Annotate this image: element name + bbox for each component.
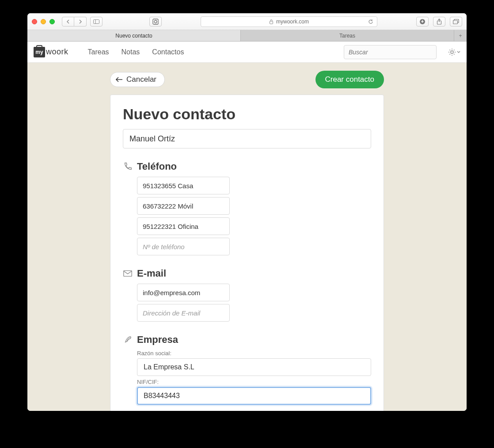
- new-tab-button[interactable]: +: [454, 30, 467, 41]
- tab-label: Nuevo contacto: [115, 33, 152, 39]
- gear-icon: [448, 48, 456, 56]
- privacy-button[interactable]: [149, 17, 162, 27]
- razon-input[interactable]: [137, 358, 371, 376]
- address-bar[interactable]: mywoork.com: [201, 16, 377, 27]
- tab-label: Tareas: [339, 33, 355, 39]
- share-button[interactable]: [433, 17, 445, 27]
- email-section: E-mail: [123, 268, 371, 322]
- page-body: Cancelar Crear contacto Nuevo contacto T…: [27, 63, 467, 411]
- email-heading: E-mail: [137, 268, 166, 279]
- nif-input[interactable]: [137, 387, 371, 405]
- phone-heading: Teléfono: [137, 161, 177, 172]
- svg-rect-2: [153, 19, 158, 24]
- sidebar-toggle-button[interactable]: [90, 17, 103, 27]
- cancel-button[interactable]: Cancelar: [110, 72, 165, 87]
- browser-tab-0[interactable]: Nuevo contacto: [27, 30, 241, 41]
- brand-logo[interactable]: my woork: [34, 47, 68, 57]
- svg-point-9: [451, 51, 453, 53]
- downloads-button[interactable]: [416, 17, 429, 27]
- name-input[interactable]: [123, 129, 371, 148]
- brand-text: woork: [46, 47, 68, 57]
- window-controls: [32, 19, 55, 24]
- svg-rect-8: [453, 20, 458, 24]
- svg-rect-0: [94, 19, 99, 23]
- create-contact-button[interactable]: Crear contacto: [315, 71, 384, 88]
- contact-form-card: Nuevo contacto Teléfono: [110, 95, 384, 411]
- lock-icon: [269, 19, 274, 24]
- tab-strip: Nuevo contacto Tareas +: [27, 30, 467, 42]
- toolbar-right: [416, 17, 462, 27]
- nav-back-forward: [62, 17, 87, 27]
- maximize-window-button[interactable]: [49, 19, 55, 24]
- app-nav: my woork Tareas Notas Contactos: [27, 42, 467, 63]
- page-title: Nuevo contacto: [123, 106, 371, 123]
- company-section: Empresa Razón social: NIF/CIF:: [123, 334, 371, 405]
- nav-link-notas[interactable]: Notas: [122, 48, 140, 56]
- cancel-label: Cancelar: [126, 75, 156, 84]
- svg-rect-10: [124, 271, 132, 277]
- phone-input-0[interactable]: [137, 177, 230, 194]
- chevron-down-icon: [457, 51, 460, 53]
- company-heading: Empresa: [137, 334, 178, 345]
- brand-mark: my: [34, 47, 45, 57]
- nav-link-tareas[interactable]: Tareas: [88, 48, 109, 56]
- phone-input-1[interactable]: [137, 197, 230, 215]
- phone-input-2[interactable]: [137, 217, 230, 235]
- back-button[interactable]: [62, 17, 74, 27]
- nav-links: Tareas Notas Contactos: [88, 48, 184, 56]
- phone-icon: [123, 162, 133, 171]
- create-label: Crear contacto: [325, 75, 375, 84]
- nav-link-contactos[interactable]: Contactos: [152, 48, 184, 56]
- feather-icon: [123, 335, 133, 345]
- email-input-new[interactable]: [137, 304, 230, 322]
- svg-rect-4: [270, 21, 273, 24]
- razon-label: Razón social:: [137, 350, 371, 357]
- nif-label: NIF/CIF:: [137, 379, 371, 385]
- browser-tab-1[interactable]: Tareas: [241, 30, 454, 41]
- action-bar: Cancelar Crear contacto: [110, 71, 384, 88]
- mail-icon: [123, 269, 133, 278]
- browser-window: mywoork.com Nuevo contacto Tareas: [27, 13, 467, 411]
- settings-button[interactable]: [448, 48, 460, 56]
- arrow-left-icon: [116, 77, 123, 82]
- email-input-0[interactable]: [137, 284, 230, 301]
- minimize-window-button[interactable]: [41, 19, 46, 24]
- phone-input-new[interactable]: [137, 238, 230, 255]
- svg-point-3: [154, 20, 157, 23]
- close-window-button[interactable]: [32, 19, 37, 24]
- tabs-button[interactable]: [450, 17, 462, 27]
- address-text: mywoork.com: [276, 19, 309, 25]
- search-input[interactable]: [344, 45, 437, 59]
- forward-button[interactable]: [74, 17, 87, 27]
- phone-section: Teléfono: [123, 161, 371, 255]
- titlebar: mywoork.com: [27, 13, 467, 30]
- reload-icon[interactable]: [368, 19, 373, 24]
